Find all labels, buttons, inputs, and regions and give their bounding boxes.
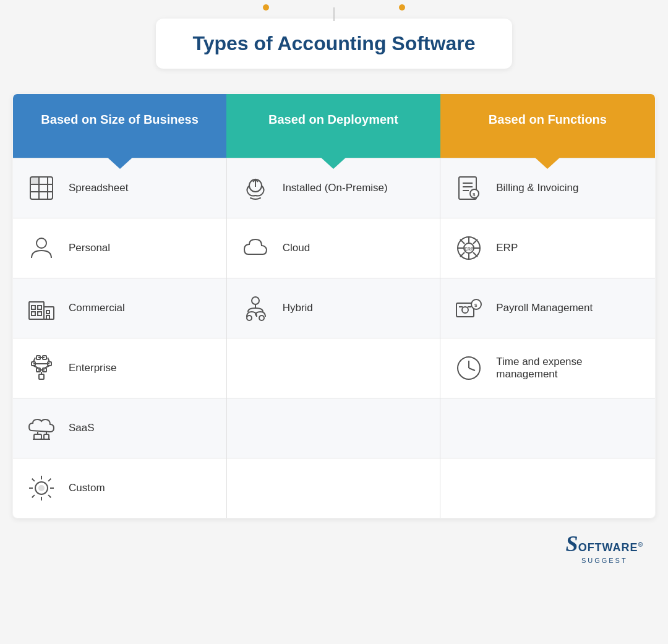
svg-line-48 [48,358,49,362]
cell-label-r5-c0: Custom [69,482,105,494]
svg-rect-5 [32,178,38,183]
cell-content-r2-c0: Commercial [25,292,214,324]
table-row: Enterprise Time and expense management [13,338,656,398]
cell-content-r2-c2: $ Payroll Management [453,292,643,324]
svg-rect-24 [38,312,41,316]
watermark-line2: SUGGEST [566,557,643,564]
header-col3: Based on Functions [440,94,656,158]
svg-rect-26 [46,316,49,319]
svg-point-27 [252,297,259,304]
watermark-s: S [566,531,578,557]
cell-label-r1-c2: ERP [496,242,518,254]
header-col2: Based on Deployment [226,94,440,158]
svg-text:$: $ [474,303,477,308]
cell-label-r4-c0: SaaS [69,422,95,434]
cell-content-r1-c2: ERP ERP [453,232,643,264]
cell-label-r0-c1: Installed (On-Premise) [283,182,388,194]
cell-content-r4-c0: SaaS [25,412,214,444]
table-row: Personal Cloud ERP ERP [13,218,656,278]
cloud-icon [239,232,272,264]
svg-line-54 [469,368,475,371]
svg-point-61 [39,486,44,491]
header-col1: Based on Size of Business [13,94,227,158]
cell-content-r1-c0: Personal [25,232,214,264]
cell-label-r1-c1: Cloud [283,242,310,254]
cell-content-r0-c1: Installed (On-Premise) [239,172,428,204]
watermark: S OFTWARE® SUGGEST [566,531,643,564]
watermark-line1: OFTWARE® [578,541,643,554]
dot-left [263,4,269,11]
svg-point-32 [462,307,468,313]
cell-content-r1-c1: Cloud [239,232,428,264]
time-icon [453,352,485,384]
cell-content-r2-c1: Hybrid [239,292,428,324]
table-row: Commercial Hybrid $ Payroll Management [13,278,656,338]
svg-text:$: $ [473,192,476,197]
cell-content-r5-c0: Custom [25,472,214,504]
svg-rect-55 [34,434,41,439]
header-row: Based on Size of Business Based on Deplo… [13,94,656,158]
svg-line-50 [45,366,49,368]
cell-label-r2-c2: Payroll Management [496,302,593,314]
svg-text:ERP: ERP [465,247,474,251]
cell-content-r3-c0: Enterprise [25,352,214,384]
svg-rect-56 [44,434,49,439]
page-title: Types of Accounting Software [193,32,476,54]
svg-rect-18 [29,302,44,319]
spreadsheet-icon [25,172,58,204]
cell-label-r2-c1: Hybrid [283,302,313,314]
personal-icon [25,232,58,264]
erp-icon: ERP [453,232,485,264]
cell-label-r3-c2: Time and expense management [496,356,643,380]
table-row: Custom [13,458,656,518]
svg-point-29 [247,316,252,320]
cell-label-r0-c2: Billing & Invoicing [496,182,578,194]
svg-line-47 [33,358,35,362]
title-box: Types of Accounting Software [156,19,513,69]
billing-icon: $ [453,172,485,204]
dot-right [399,4,405,11]
main-table: Based on Size of Business Based on Deplo… [12,93,656,518]
cell-content-r0-c0: Spreadsheet [25,172,214,204]
custom-icon [25,472,58,504]
svg-rect-25 [46,311,49,314]
installed-icon [239,172,272,204]
svg-point-14 [36,238,46,248]
svg-rect-23 [32,312,35,316]
svg-rect-22 [38,306,41,309]
table-row: SaaS [13,398,656,458]
cell-label-r2-c0: Commercial [69,302,125,314]
svg-rect-21 [32,306,35,309]
commercial-icon [25,292,58,324]
cell-label-r3-c0: Enterprise [69,362,116,374]
enterprise-icon [25,352,58,384]
cell-label-r1-c0: Personal [69,242,110,254]
svg-line-49 [33,366,38,368]
saas-icon [25,412,58,444]
cell-content-r3-c2: Time and expense management [453,352,643,384]
payroll-icon: $ [453,292,485,324]
svg-point-30 [259,316,264,320]
hybrid-icon [239,292,272,324]
cell-label-r0-c0: Spreadsheet [69,182,128,194]
cell-content-r0-c2: $ Billing & Invoicing [453,172,643,204]
svg-rect-43 [39,374,44,379]
